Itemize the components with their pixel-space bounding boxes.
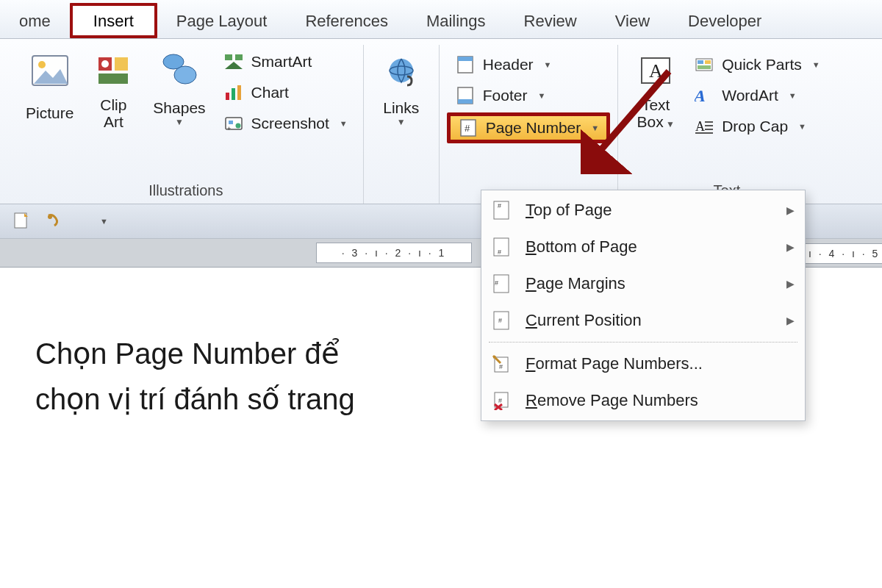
menu-item-format-page-numbers[interactable]: # Format Page Numbers... xyxy=(481,345,805,382)
svg-text:#: # xyxy=(498,317,502,324)
group-label-illustrations: Illustrations xyxy=(16,179,356,204)
svg-text:#: # xyxy=(499,363,503,370)
menu-separator xyxy=(489,342,797,343)
tab-home[interactable]: ome xyxy=(0,3,70,38)
footer-button[interactable]: Footer ▼ xyxy=(447,82,610,110)
chevron-down-icon: ▼ xyxy=(812,60,820,69)
svg-text:#: # xyxy=(495,279,498,287)
qat-item-2[interactable] xyxy=(46,212,63,230)
group-illustrations: Picture Clip Art Shapes▼ xyxy=(0,45,364,204)
picture-button[interactable]: Picture xyxy=(16,45,83,137)
submenu-arrow-icon: ▶ xyxy=(786,204,795,216)
submenu-arrow-icon: ▶ xyxy=(786,241,795,253)
smartart-button[interactable]: SmartArt xyxy=(215,48,356,76)
menu-label-format: Format Page Numbers... xyxy=(526,354,703,373)
screenshot-button[interactable]: + Screenshot ▼ xyxy=(215,110,356,137)
page-margins-icon: # xyxy=(490,273,512,295)
svg-text:#: # xyxy=(465,123,470,134)
screenshot-icon: + xyxy=(223,113,244,134)
header-label: Header xyxy=(483,56,534,74)
dropcap-icon: A xyxy=(694,116,714,137)
svg-rect-10 xyxy=(226,93,229,100)
text-small-buttons: Quick Parts ▼ A WordArt ▼ A Drop Cap ▼ xyxy=(686,45,828,140)
chevron-down-icon: ▼ xyxy=(153,118,205,127)
header-footer-buttons: Header ▼ Footer ▼ # Page Number ▼ xyxy=(447,45,610,143)
page-number-button[interactable]: # Page Number ▼ xyxy=(447,112,610,143)
dropcap-label: Drop Cap xyxy=(722,118,788,135)
svg-rect-29 xyxy=(705,60,711,64)
group-links: Links▼ xyxy=(364,45,440,204)
menu-item-bottom-of-page[interactable]: # Bottom of Page ▶ xyxy=(481,229,805,265)
caption-line-2: chọn vị trí đánh số trang xyxy=(35,383,355,415)
clipart-button[interactable]: Clip Art xyxy=(83,45,143,137)
chart-icon xyxy=(223,82,244,103)
quickparts-button[interactable]: Quick Parts ▼ xyxy=(686,51,828,79)
links-button[interactable]: Links▼ xyxy=(371,45,431,137)
menu-item-remove-page-numbers[interactable]: # Remove Page Numbers xyxy=(481,382,805,419)
qat-customize-dropdown[interactable]: ▼ xyxy=(100,217,108,226)
svg-rect-3 xyxy=(115,57,128,71)
svg-rect-22 xyxy=(458,99,473,104)
ruler-right[interactable]: ı · 4 · ı · 5 xyxy=(803,243,882,264)
illustrations-small-buttons: SmartArt Chart + Screenshot ▼ xyxy=(215,45,356,137)
textbox-button[interactable]: A Text Box ▼ xyxy=(625,45,686,137)
menu-label-margins: Page Margins xyxy=(526,274,625,293)
menu-item-current-position[interactable]: # Current Position ▶ xyxy=(481,302,805,339)
picture-label: Picture xyxy=(26,104,74,121)
tab-view[interactable]: View xyxy=(596,3,669,38)
chevron-down-icon: ▼ xyxy=(789,91,797,100)
links-label: Links xyxy=(383,99,419,116)
ruler-left[interactable]: · 3 · ı · 2 · ı · 1 xyxy=(316,243,472,263)
tab-references[interactable]: References xyxy=(286,3,407,38)
dropcap-button[interactable]: A Drop Cap ▼ xyxy=(686,112,828,140)
tab-page-layout[interactable]: Page Layout xyxy=(157,3,287,38)
svg-point-4 xyxy=(101,60,109,68)
chevron-down-icon: ▼ xyxy=(544,60,552,69)
menu-label-top: Top of Page xyxy=(526,201,612,220)
picture-icon xyxy=(29,50,71,91)
svg-rect-5 xyxy=(98,74,128,84)
svg-rect-8 xyxy=(225,54,232,60)
footer-label: Footer xyxy=(483,87,528,104)
svg-text:A: A xyxy=(649,60,663,82)
chevron-down-icon: ▼ xyxy=(340,119,348,128)
tab-developer[interactable]: Developer xyxy=(669,3,781,38)
tab-mailings[interactable]: Mailings xyxy=(407,3,505,38)
textbox-label-2: Box xyxy=(637,113,663,130)
clipart-icon xyxy=(93,50,134,91)
clipart-label-1: Clip xyxy=(100,96,126,113)
svg-point-1 xyxy=(38,61,46,68)
chart-button[interactable]: Chart xyxy=(215,79,356,107)
format-page-numbers-icon: # xyxy=(490,353,512,375)
submenu-arrow-icon: ▶ xyxy=(786,278,795,290)
textbox-icon: A xyxy=(635,50,676,91)
page-top-icon: # xyxy=(490,199,512,221)
tab-insert[interactable]: Insert xyxy=(70,3,157,38)
links-icon xyxy=(381,50,422,91)
svg-text:#: # xyxy=(498,248,501,256)
page-number-label: Page Number xyxy=(486,119,581,137)
shapes-icon xyxy=(159,50,200,91)
shapes-button[interactable]: Shapes▼ xyxy=(143,45,215,137)
svg-rect-30 xyxy=(698,65,711,69)
menu-item-page-margins[interactable]: # Page Margins ▶ xyxy=(481,265,805,302)
quickparts-label: Quick Parts xyxy=(722,56,802,74)
chevron-down-icon: ▼ xyxy=(591,123,599,132)
chart-label: Chart xyxy=(251,84,289,101)
quickparts-icon xyxy=(694,54,714,75)
svg-point-7 xyxy=(174,66,196,84)
header-button[interactable]: Header ▼ xyxy=(447,51,610,79)
page-number-menu: # Top of Page ▶ # Bottom of Page ▶ # Pag… xyxy=(481,190,806,421)
tab-review[interactable]: Review xyxy=(505,3,596,38)
svg-text:+: + xyxy=(227,125,231,132)
remove-page-numbers-icon: # xyxy=(490,390,512,412)
qat-item-1[interactable] xyxy=(13,212,29,231)
smartart-icon xyxy=(223,51,244,72)
submenu-arrow-icon: ▶ xyxy=(786,315,795,326)
menu-label-bottom: Bottom of Page xyxy=(526,237,637,257)
menu-item-top-of-page[interactable]: # Top of Page ▶ xyxy=(481,192,805,229)
screenshot-label: Screenshot xyxy=(251,115,329,132)
svg-text:A: A xyxy=(695,87,708,104)
wordart-button[interactable]: A WordArt ▼ xyxy=(686,82,828,110)
caption-line-1: Chọn Page Number để xyxy=(35,337,340,370)
